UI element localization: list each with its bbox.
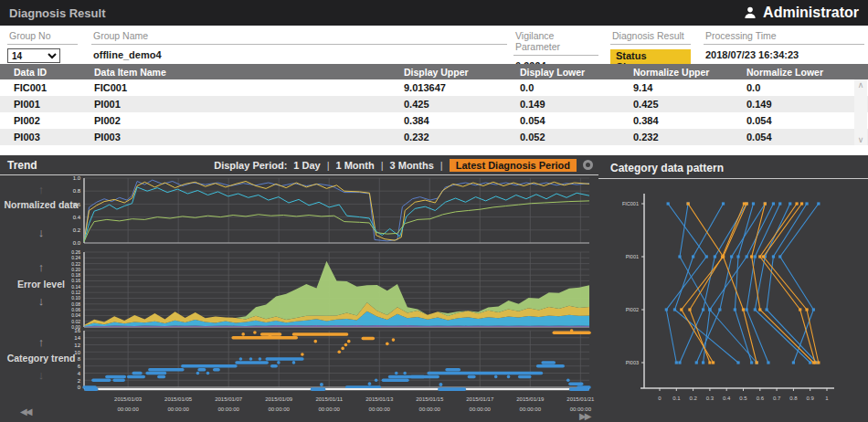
svg-text:0.14: 0.14 — [71, 284, 80, 290]
diagnosis-result-label: Diagnosis Result — [610, 30, 691, 45]
svg-text:00:00:00: 00:00:00 — [369, 406, 391, 412]
svg-text:0.06: 0.06 — [71, 307, 80, 312]
pattern-line-blue — [746, 204, 780, 363]
table-row[interactable]: PI001PI0010.4250.1490.4250.149 — [0, 96, 868, 112]
svg-text:00:00:00: 00:00:00 — [419, 406, 441, 412]
svg-text:6: 6 — [78, 364, 81, 369]
cell: PI001 — [94, 99, 404, 110]
svg-text:0.2: 0.2 — [73, 227, 81, 233]
svg-text:2: 2 — [78, 378, 81, 384]
svg-text:00:00:00: 00:00:00 — [269, 406, 291, 412]
table-row[interactable]: PI002PI0020.3840.0540.3840.054 — [0, 112, 868, 129]
category-pattern-panel: Category data pattern FIC001PI001PI002PI… — [598, 155, 868, 422]
timeline-marker[interactable] — [311, 387, 326, 391]
svg-text:0.3: 0.3 — [706, 396, 715, 401]
svg-text:2015/01/09: 2015/01/09 — [265, 396, 293, 402]
svg-text:0.8: 0.8 — [789, 396, 798, 401]
timeline-marker[interactable] — [569, 387, 589, 391]
cell: 0.054 — [520, 115, 633, 126]
series-cyan-line — [84, 187, 589, 242]
svg-text:0.04: 0.04 — [71, 312, 80, 318]
period-option-1-day[interactable]: 1 Day — [293, 160, 320, 171]
pattern-line-blue — [767, 204, 817, 363]
timeline-marker[interactable] — [438, 387, 466, 391]
group-name-value: offline_demo4 — [91, 45, 507, 60]
svg-text:2015/01/05: 2015/01/05 — [164, 396, 193, 402]
cell: 9.14 — [633, 82, 746, 93]
group-no-label: Group No — [7, 30, 78, 45]
user-icon — [744, 6, 757, 19]
cell: 0.384 — [404, 115, 520, 126]
page-back-button[interactable]: ◀◀ — [20, 406, 30, 417]
user-name: Administrator — [763, 5, 859, 21]
svg-text:0.24: 0.24 — [71, 255, 80, 260]
svg-text:0.02: 0.02 — [71, 319, 80, 324]
svg-text:00:00:00: 00:00:00 — [520, 406, 542, 412]
svg-text:0: 0 — [658, 396, 662, 401]
table-row[interactable]: PI003PI0030.2320.0520.2320.054 — [0, 129, 868, 145]
separator: | — [440, 160, 443, 171]
period-option-1-month[interactable]: 1 Month — [336, 160, 375, 171]
column-header: Normalize Upper — [633, 67, 746, 78]
svg-text:00:00:00: 00:00:00 — [117, 406, 139, 412]
separator: | — [381, 160, 384, 171]
svg-text:0.6: 0.6 — [757, 396, 765, 401]
table-row[interactable]: FIC001FIC0019.0136470.09.140.0 — [0, 79, 868, 96]
table-scrollbar[interactable]: ∧ ∨ — [854, 79, 867, 145]
period-latest-diagnosis-button[interactable]: Latest Diagnosis Period — [450, 159, 577, 172]
cell: PI003 — [14, 132, 94, 142]
top-bar: Diagnosis Result Administrator — [0, 0, 868, 26]
data-items-table: Data IDData Item NameDisplay UpperDispla… — [0, 64, 868, 145]
svg-text:0.8: 0.8 — [73, 188, 81, 194]
svg-text:0.2: 0.2 — [689, 396, 697, 401]
pattern-line-blue — [710, 204, 774, 363]
svg-text:0.0: 0.0 — [73, 240, 81, 246]
cell: 0.0 — [520, 82, 633, 93]
cell: 0.232 — [633, 132, 746, 142]
trend-title: Trend — [7, 159, 37, 172]
gear-icon[interactable] — [583, 160, 593, 170]
svg-text:0.6: 0.6 — [73, 202, 81, 207]
svg-text:0.5: 0.5 — [739, 396, 747, 401]
column-header: Normalize Lower — [746, 67, 868, 78]
svg-text:0.4: 0.4 — [73, 215, 81, 220]
svg-text:0.1: 0.1 — [672, 396, 681, 401]
cell: FIC001 — [14, 82, 94, 93]
category-pattern-header: Category data pattern — [598, 155, 868, 179]
svg-text:00:00:00: 00:00:00 — [217, 406, 239, 412]
svg-text:0.9: 0.9 — [807, 396, 815, 401]
group-no-select[interactable]: 14 — [7, 48, 60, 63]
processing-time-value: 2018/07/23 16:34:23 — [704, 45, 864, 60]
svg-text:0.08: 0.08 — [71, 301, 80, 307]
timeline-marker[interactable] — [84, 387, 98, 391]
category-axis-label: PI001 — [626, 254, 639, 259]
pattern-line-orange — [682, 204, 724, 363]
svg-text:0.12: 0.12 — [71, 290, 80, 295]
cell: 0.425 — [404, 99, 520, 110]
scroll-up-icon[interactable]: ∧ — [858, 80, 864, 90]
page-title: Diagnosis Result — [9, 6, 105, 20]
group-name-label: Group Name — [91, 30, 507, 45]
cell: PI002 — [94, 115, 404, 126]
svg-text:2015/01/19: 2015/01/19 — [516, 396, 545, 402]
svg-text:0.26: 0.26 — [71, 249, 80, 255]
svg-text:4: 4 — [78, 371, 81, 376]
diagnosis-result-app: Diagnosis Result Administrator Group No … — [0, 0, 868, 422]
trend-charts: 1.00.80.60.40.20.00.260.240.220.200.180.… — [0, 175, 598, 422]
separator: | — [327, 160, 330, 171]
svg-text:0.20: 0.20 — [71, 267, 80, 272]
scroll-down-icon[interactable]: ∨ — [858, 135, 864, 144]
svg-text:8: 8 — [78, 356, 81, 362]
table-header-row: Data IDData Item NameDisplay UpperDispla… — [0, 64, 868, 79]
cell: PI001 — [14, 99, 94, 110]
user-menu[interactable]: Administrator — [744, 5, 859, 21]
svg-text:2015/01/15: 2015/01/15 — [416, 396, 444, 402]
column-header: Display Upper — [404, 67, 520, 78]
category-pattern-chart: FIC001PI001PI002PI00300.10.20.30.40.50.6… — [598, 179, 868, 422]
category-axis-label: PI002 — [626, 307, 639, 312]
cell: PI002 — [14, 115, 94, 126]
page-forward-button[interactable]: ▶▶ — [579, 411, 589, 421]
period-option-3-months[interactable]: 3 Months — [390, 160, 434, 171]
group-no-field: Group No 14 — [7, 30, 78, 63]
column-header: Data ID — [14, 67, 94, 78]
